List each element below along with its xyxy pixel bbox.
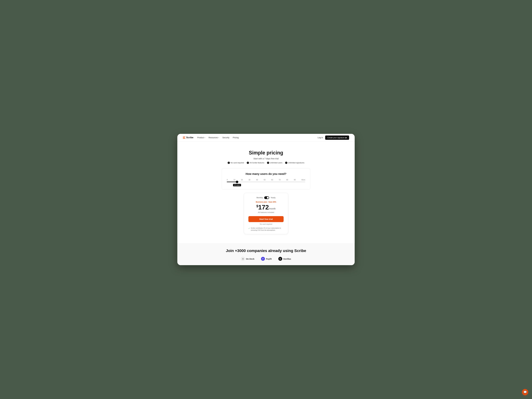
billing-yearly-label: Yearly: [271, 196, 276, 199]
badge-unlimited-signatures: ✓ Unlimited signatures: [285, 162, 304, 164]
nav-pricing[interactable]: Pricing: [233, 136, 239, 139]
billing-monthly-label: Monthly: [256, 196, 263, 199]
login-button[interactable]: Log in: [318, 136, 323, 139]
logo[interactable]: Scribe: [183, 136, 193, 139]
slider-card: How many users do you need? 0 10 20 30 4…: [222, 168, 310, 190]
currency-symbol: $: [256, 204, 258, 208]
check-icon: ✓: [285, 162, 287, 164]
company-logos: ⊙ On Deck P Payfit G Gorillas: [183, 257, 349, 261]
arrow-icon: ▶: [346, 137, 347, 139]
badge-scribe-features: ✓ All Scribe features: [247, 162, 264, 164]
plan-badge: Business plan · Save 20%: [248, 201, 284, 203]
nav-left: Scribe Product ▾ Resources ▾ Security Pr…: [183, 136, 239, 139]
billing-toggle-switch[interactable]: [264, 196, 269, 199]
hero-badges: ✓ No card required ✓ All Scribe features…: [183, 162, 349, 164]
company-gorillas: G Gorillas: [278, 257, 291, 261]
ondeck-label: On Deck: [246, 258, 254, 260]
main-content: Simple pricing Start with a 7 days free …: [177, 142, 355, 243]
gorillas-label: Gorillas: [283, 258, 291, 260]
chat-bubble-button[interactable]: 💬: [522, 389, 528, 395]
billing-toggle: Monthly Yearly: [248, 196, 284, 199]
nav-resources[interactable]: Resources ▾: [209, 136, 219, 139]
badge-no-card: ✓ No card required: [228, 162, 244, 164]
price-value: 172: [258, 204, 269, 211]
navbar: Scribe Product ▾ Resources ▾ Security Pr…: [177, 134, 355, 142]
nav-links: Product ▾ Resources ▾ Security Pricing: [197, 136, 239, 139]
slider-fill: [227, 182, 237, 182]
slider-labels: 0 10 20 30 40 50 60 70 80 90 More: [227, 179, 305, 181]
price-display: $172/month: [248, 204, 284, 210]
hero-section: Simple pricing Start with a 7 days free …: [183, 150, 349, 164]
gorillas-icon: G: [278, 257, 282, 261]
logo-text: Scribe: [186, 136, 193, 139]
eco-check-icon: ✓: [248, 227, 250, 230]
pricing-card: Monthly Yearly Business plan · Save 20% …: [244, 193, 288, 234]
eco-text: Scribe contributes 1% of your subscripti…: [251, 227, 284, 231]
slider-title: How many users do you need?: [227, 172, 305, 176]
company-payfit: P Payfit: [261, 257, 272, 261]
check-icon: ✓: [267, 162, 269, 164]
toggle-knob: [267, 197, 269, 199]
price-subtitle: All features included: [248, 211, 284, 213]
slider-thumb[interactable]: [236, 181, 238, 183]
start-trial-button[interactable]: Start free trial: [248, 216, 284, 222]
logo-icon: [183, 137, 185, 139]
nav-right: Log in Create your signature ▶: [318, 135, 349, 140]
chevron-down-icon: ▾: [218, 137, 219, 138]
ondeck-icon: ⊙: [241, 257, 245, 261]
payfit-label: Payfit: [266, 258, 272, 260]
page-title: Simple pricing: [183, 150, 349, 156]
hero-subtitle: Start with a 7 days free trial: [183, 157, 349, 160]
company-ondeck: ⊙ On Deck: [241, 257, 254, 261]
check-icon: ✓: [247, 162, 249, 164]
no-card-label: No card required: [248, 223, 284, 225]
check-icon: ✓: [228, 162, 230, 164]
nav-product[interactable]: Product ▾: [197, 136, 205, 139]
nav-security[interactable]: Security: [222, 136, 229, 139]
price-period: /month: [269, 208, 276, 210]
slider-wrapper: 10 users: [227, 182, 305, 186]
companies-section: Join +3000 companies already using Scrib…: [177, 243, 355, 265]
create-signature-button[interactable]: Create your signature ▶: [325, 135, 349, 140]
companies-heading: Join +3000 companies already using Scrib…: [183, 248, 349, 253]
chevron-down-icon: ▾: [204, 137, 205, 138]
payfit-icon: P: [261, 257, 265, 261]
slider-track: [227, 182, 305, 182]
eco-note: ✓ Scribe contributes 1% of your subscrip…: [248, 227, 284, 231]
badge-unlimited-users: ✓ Unlimited users: [267, 162, 282, 164]
slider-tooltip: 10 users: [233, 184, 241, 186]
